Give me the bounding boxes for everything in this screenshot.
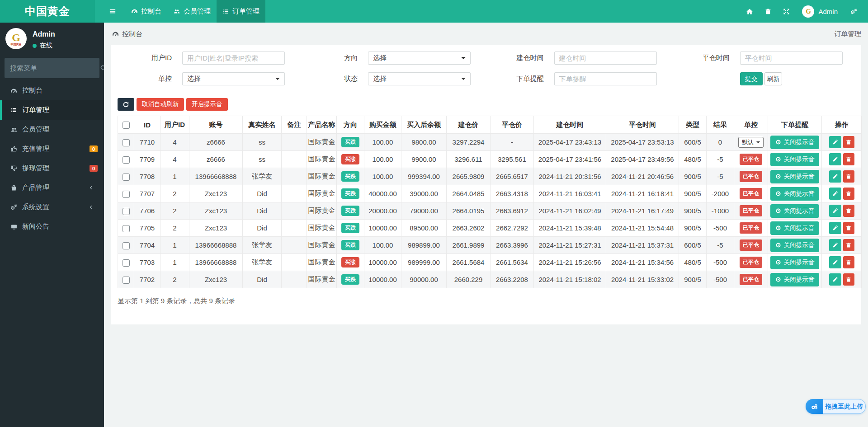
main-content: 控制台 订单管理 用户ID方向选择建仓时间平仓时间单控选择状态选择下单提醒提交刷… <box>104 23 868 427</box>
upload-dropzone[interactable]: 拖拽至此上传 <box>806 399 866 414</box>
sidebar-user-name: Admin <box>33 30 55 38</box>
row-checkbox[interactable] <box>123 208 130 215</box>
filter-input-0-0[interactable] <box>182 52 285 65</box>
breadcrumb-label: 控制台 <box>122 30 142 38</box>
close-sound-button[interactable]: 关闭提示音 <box>770 256 820 269</box>
delete-button[interactable] <box>843 170 854 183</box>
delete-button[interactable] <box>843 256 854 268</box>
col-header-13: 平仓时间 <box>606 116 679 134</box>
row-checkbox[interactable] <box>123 242 130 249</box>
row-checkbox[interactable] <box>123 259 130 267</box>
cogs-icon <box>850 8 858 15</box>
col-header-16: 单控 <box>734 116 768 134</box>
edit-button[interactable] <box>829 256 841 268</box>
filter-select-0-1[interactable]: 选择 <box>368 52 471 65</box>
col-header-0 <box>118 116 134 134</box>
edit-button[interactable] <box>829 136 841 148</box>
navbar-right: G Admin <box>740 0 868 23</box>
filter-input-1-2[interactable] <box>554 72 657 85</box>
delete-button[interactable] <box>843 205 854 217</box>
close-sound-button[interactable]: 关闭提示音 <box>770 170 820 183</box>
refresh-button[interactable] <box>118 98 134 111</box>
home-button[interactable] <box>740 0 759 23</box>
close-sound-button[interactable]: 关闭提示音 <box>770 239 820 252</box>
delete-button[interactable] <box>843 273 854 286</box>
filter-select-1-1[interactable]: 选择 <box>368 72 471 85</box>
badge: 0 <box>90 145 98 152</box>
fullscreen-button[interactable] <box>777 0 796 23</box>
sidebar-item-6[interactable]: 系统设置 <box>0 197 104 217</box>
dashboard-icon <box>112 31 119 37</box>
select-all-checkbox[interactable] <box>123 122 130 129</box>
navbar-tab-1[interactable]: 会员管理 <box>167 0 217 23</box>
close-sound-button[interactable]: 关闭提示音 <box>770 187 820 201</box>
delete-button[interactable] <box>843 188 854 200</box>
row-checkbox[interactable] <box>123 174 130 181</box>
close-sound-button[interactable]: 关闭提示音 <box>770 153 820 166</box>
sidebar-item-5[interactable]: 产品管理 <box>0 178 104 197</box>
tv-icon <box>10 224 18 230</box>
close-sound-button[interactable]: 关闭提示音 <box>770 221 820 235</box>
edit-button[interactable] <box>829 153 841 165</box>
close-sound-button[interactable]: 关闭提示音 <box>770 136 820 149</box>
filter-input-0-3[interactable] <box>740 52 843 65</box>
direction-badge: 买跌 <box>341 274 359 285</box>
sidebar-toggle-button[interactable] <box>103 0 125 23</box>
sidebar: G中国黄金 Admin 在线 控制台订单管理会员管理充值管理0提现管理0产品管理… <box>0 23 104 427</box>
filter-select-1-0[interactable]: 选择 <box>182 72 285 85</box>
submit-button[interactable]: 提交 <box>740 72 763 85</box>
edit-button[interactable] <box>829 273 841 286</box>
dashboard-icon <box>131 8 138 14</box>
settings-button[interactable] <box>844 0 863 23</box>
direction-badge: 买跌 <box>341 223 359 233</box>
col-header-8: 购买金额 <box>364 116 401 134</box>
circle-icon <box>775 208 781 214</box>
sidebar-item-3[interactable]: 充值管理0 <box>0 139 104 159</box>
delete-button[interactable] <box>843 136 854 148</box>
edit-button[interactable] <box>829 170 841 183</box>
enable-sound-button[interactable]: 开启提示音 <box>186 98 228 111</box>
circle-icon <box>775 277 781 282</box>
sidebar-user-panel: G中国黄金 Admin 在线 <box>0 23 104 54</box>
sidebar-item-2[interactable]: 会员管理 <box>0 120 104 139</box>
col-header-18: 操作 <box>822 116 862 134</box>
sidebar-item-0[interactable]: 控制台 <box>0 81 104 100</box>
dashboard-icon <box>10 88 18 94</box>
close-sound-button[interactable]: 关闭提示音 <box>770 204 820 218</box>
row-checkbox[interactable] <box>123 156 130 164</box>
clear-cache-button[interactable] <box>759 0 777 23</box>
delete-button[interactable] <box>843 239 854 251</box>
edit-button[interactable] <box>829 188 841 200</box>
edit-button[interactable] <box>829 239 841 251</box>
reset-button[interactable]: 刷新 <box>764 72 782 85</box>
delete-button[interactable] <box>843 222 854 234</box>
table-toolbar: 取消自动刷新 开启提示音 <box>118 98 861 111</box>
page-title: 订单管理 <box>834 30 861 38</box>
navbar-tab-0[interactable]: 控制台 <box>125 0 167 23</box>
sidebar-item-7[interactable]: 新闻公告 <box>0 217 104 236</box>
sidebar-item-1[interactable]: 订单管理 <box>0 100 104 120</box>
close-sound-button[interactable]: 关闭提示音 <box>770 273 820 286</box>
edit-button[interactable] <box>829 205 841 217</box>
col-header-4: 真实姓名 <box>243 116 282 134</box>
control-select[interactable]: 默认 <box>738 137 764 148</box>
order-row-7702: 77022Zxc123Did国际黄金买跌10000.0090000.002660… <box>118 271 862 288</box>
breadcrumb[interactable]: 控制台 <box>112 30 142 38</box>
col-header-17: 下单提醒 <box>768 116 822 134</box>
user-name: Admin <box>818 8 838 15</box>
users-icon <box>10 127 18 133</box>
edit-button[interactable] <box>829 222 841 234</box>
navbar-tab-2[interactable]: 订单管理 <box>217 0 265 23</box>
row-checkbox[interactable] <box>123 225 130 232</box>
row-checkbox[interactable] <box>123 191 130 198</box>
cancel-auto-refresh-button[interactable]: 取消自动刷新 <box>137 98 184 111</box>
filter-input-0-2[interactable] <box>554 52 657 65</box>
sidebar-search-input[interactable] <box>10 64 100 72</box>
user-menu[interactable]: G Admin <box>796 0 844 23</box>
row-checkbox[interactable] <box>123 277 130 284</box>
netdisk-icon <box>806 399 823 414</box>
col-header-15: 结果 <box>707 116 734 134</box>
sidebar-item-4[interactable]: 提现管理0 <box>0 159 104 178</box>
delete-button[interactable] <box>843 153 854 165</box>
row-checkbox[interactable] <box>123 139 130 146</box>
